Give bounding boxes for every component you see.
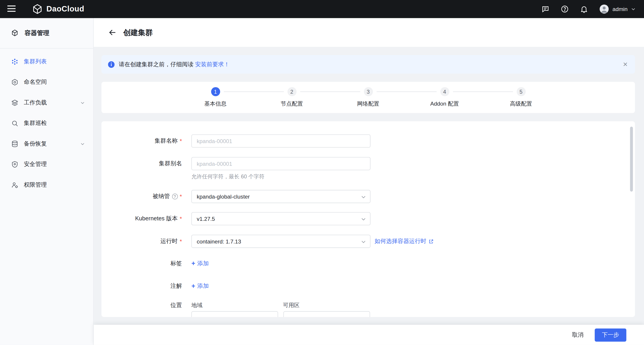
cluster-alias-helper: 允许任何字符，最长 60 个字符 — [192, 173, 635, 181]
back-button[interactable] — [108, 28, 118, 38]
question-circle-icon[interactable]: ? — [172, 194, 178, 199]
help-button[interactable] — [561, 5, 569, 13]
sidebar-item-label: 安全管理 — [24, 161, 47, 168]
page-content: 请在创建集群之前，仔细阅读 安装前要求！ × 1 基本信息 2 节点配置 3 — [94, 47, 644, 325]
form-scrollbar[interactable] — [630, 127, 633, 192]
pre-install-requirements-link[interactable]: 安装前要求！ — [195, 61, 230, 68]
step-addon-config[interactable]: 4 Addon 配置 — [406, 87, 483, 113]
sidebar-title: 容器管理 — [25, 29, 49, 37]
annotations-label-wrap: 注解 — [102, 282, 182, 290]
shield-icon — [11, 161, 18, 168]
k8s-version-label: Kubernetes 版本 — [135, 215, 178, 222]
sidebar-item-security[interactable]: 安全管理 — [0, 154, 93, 175]
inspection-icon — [11, 120, 18, 127]
add-annotation-button[interactable]: + 添加 — [192, 282, 209, 290]
location-label: 位置 — [170, 302, 182, 309]
step-label: 网络配置 — [357, 100, 379, 108]
daocloud-logo-icon — [32, 4, 43, 14]
sidebar-item-cluster-inspection[interactable]: 集群巡检 — [0, 113, 93, 134]
page-title: 创建集群 — [123, 28, 153, 38]
brand[interactable]: DaoCloud — [32, 4, 84, 14]
notifications-button[interactable] — [580, 5, 588, 13]
managed-by-label: 被纳管 — [152, 193, 170, 200]
user-menu[interactable]: admin — [599, 4, 636, 14]
sidebar-nav: 集群列表 命名空间 工作负载 — [0, 49, 93, 195]
container-management-icon — [11, 29, 19, 37]
sidebar-header: 容器管理 — [0, 18, 93, 49]
managed-by-value: kpanda-global-cluster — [197, 193, 250, 199]
location-label-wrap: 位置 — [102, 302, 182, 309]
step-number: 4 — [440, 87, 449, 96]
step-label: Addon 配置 — [430, 100, 459, 108]
sidebar-item-cluster-list[interactable]: 集群列表 — [0, 52, 93, 72]
sidebar-item-permissions[interactable]: 权限管理 — [0, 175, 93, 195]
chevron-down-icon — [360, 216, 366, 222]
labels-label: 标签 — [170, 260, 182, 267]
labels-label-wrap: 标签 — [102, 260, 182, 267]
sidebar-item-label: 备份恢复 — [24, 140, 47, 148]
required-asterisk: * — [180, 215, 182, 222]
cluster-alias-label: 集群别名 — [159, 160, 182, 167]
next-step-button[interactable]: 下一步 — [595, 328, 626, 342]
step-label: 基本信息 — [204, 100, 227, 108]
form-row-annotations: 注解 + 添加 — [102, 282, 635, 291]
cancel-button[interactable]: 取消 — [572, 331, 584, 338]
region-input[interactable] — [192, 311, 278, 317]
add-label-button[interactable]: + 添加 — [192, 260, 209, 267]
step-node-config[interactable]: 2 节点配置 — [254, 87, 330, 113]
form-row-managed-by: 被纳管 ? * kpanda-global-cluster — [102, 190, 635, 203]
form-row-location-inputs — [102, 311, 635, 317]
sidebar-item-backup-restore[interactable]: 备份恢复 — [0, 134, 93, 154]
sidebar: 容器管理 集群列表 命名空间 — [0, 18, 94, 345]
user-gear-icon — [11, 181, 18, 189]
cluster-name-input[interactable] — [192, 135, 370, 148]
form-row-cluster-alias: 集群别名 — [102, 157, 635, 170]
messages-button[interactable] — [542, 5, 550, 13]
topbar-actions: admin — [542, 4, 636, 14]
sidebar-item-label: 工作负载 — [24, 99, 47, 107]
k8s-version-label-wrap: Kubernetes 版本 * — [102, 215, 182, 222]
sidebar-item-workload[interactable]: 工作负载 — [0, 93, 93, 113]
wizard-stepper: 1 基本信息 2 节点配置 3 网络配置 4 Addon 配置 5 高级配置 — [102, 82, 635, 113]
required-asterisk: * — [180, 238, 182, 245]
managed-by-select[interactable]: kpanda-global-cluster — [192, 190, 370, 203]
sidebar-item-label: 集群列表 — [24, 58, 47, 65]
step-basic-info[interactable]: 1 基本信息 — [177, 87, 254, 113]
step-network-config[interactable]: 3 网络配置 — [330, 87, 406, 113]
external-link-icon — [428, 239, 434, 244]
sidebar-item-namespace[interactable]: 命名空间 — [0, 72, 93, 93]
add-label-text: 添加 — [197, 260, 209, 267]
add-annotation-text: 添加 — [197, 282, 209, 290]
backup-restore-icon — [11, 140, 18, 148]
chevron-down-icon — [631, 7, 636, 12]
runtime-select[interactable]: containerd: 1.7.13 — [192, 235, 370, 248]
runtime-label-wrap: 运行时 * — [102, 238, 182, 245]
cluster-list-icon — [11, 58, 18, 65]
info-icon — [108, 61, 114, 68]
annotations-label: 注解 — [170, 282, 182, 290]
k8s-version-select[interactable]: v1.27.5 — [192, 212, 370, 225]
screen: DaoCloud — [0, 0, 644, 345]
avatar-icon — [599, 4, 609, 14]
runtime-value: containerd: 1.7.13 — [197, 238, 241, 244]
required-asterisk: * — [180, 193, 182, 200]
runtime-help-link[interactable]: 如何选择容器运行时 — [374, 238, 434, 245]
menu-toggle-button[interactable] — [6, 4, 16, 14]
help-icon — [561, 5, 569, 13]
cluster-alias-input[interactable] — [192, 157, 370, 170]
topbar: DaoCloud — [0, 0, 644, 18]
zone-input[interactable] — [284, 311, 370, 317]
step-label: 高级配置 — [510, 100, 532, 108]
chevron-down-icon — [360, 194, 366, 200]
runtime-help-link-text: 如何选择容器运行时 — [374, 238, 426, 245]
required-asterisk: * — [180, 138, 182, 144]
form-row-labels: 标签 + 添加 — [102, 259, 635, 268]
message-icon — [542, 5, 550, 13]
cluster-alias-label-wrap: 集群别名 — [102, 160, 182, 167]
chevron-down-icon — [80, 142, 85, 146]
step-advanced-config[interactable]: 5 高级配置 — [483, 87, 559, 113]
alert-close-button[interactable]: × — [623, 61, 628, 68]
step-number: 1 — [211, 87, 220, 96]
step-number: 2 — [287, 87, 296, 96]
zone-label: 可用区 — [283, 302, 300, 309]
